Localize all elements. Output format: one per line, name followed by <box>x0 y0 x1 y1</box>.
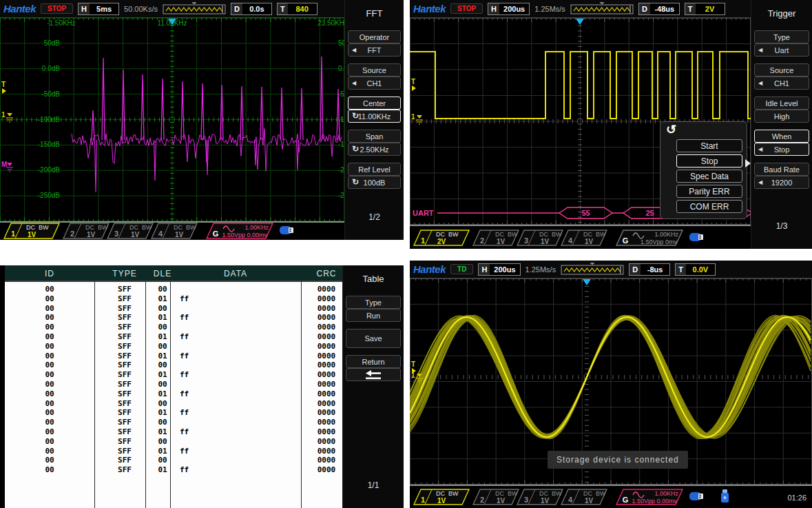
menu-value-baud-rate[interactable]: ◀19200 <box>754 176 809 189</box>
menu-label-source[interactable]: Source <box>754 63 809 77</box>
horizontal-scale-chip-value: 200us <box>499 5 529 13</box>
coupling-label: DC <box>539 231 548 238</box>
horizontal-scale-chip-label: H <box>479 264 490 275</box>
menu-value-span[interactable]: ↻2.50KHz <box>348 143 401 156</box>
menu-label-type[interactable]: Type <box>754 30 809 43</box>
menu-label-center[interactable]: Center <box>348 96 401 110</box>
table-row[interactable]: 00SFF000000 <box>5 380 342 389</box>
scale-label: 1V <box>585 497 594 505</box>
popup-item-stop[interactable]: Stop <box>676 154 742 167</box>
popup-item-parity-err[interactable]: Parity ERR <box>676 185 742 198</box>
generator-frequency: 1.00KHz <box>654 231 678 238</box>
menu-value-type[interactable]: ◀Uart <box>754 43 809 57</box>
channel-number: 4 <box>568 236 573 245</box>
coupling-label: DC <box>539 490 548 497</box>
trigger-level-chip[interactable]: T2V <box>685 3 725 15</box>
table-row[interactable]: 00SFF01ff0000 <box>5 352 342 361</box>
menu-value-idle-level[interactable]: High <box>754 110 809 123</box>
sample-rate: 50.00Ks/s <box>124 5 158 13</box>
table-row[interactable]: 00SFF000000 <box>5 323 342 332</box>
menu-value-operator[interactable]: ◀FFT <box>348 43 401 57</box>
table-row[interactable]: 00SFF000000 <box>5 418 342 427</box>
table-row[interactable]: 00SFF01ff0000 <box>5 447 342 456</box>
table-row[interactable]: 00SFF000000 <box>5 399 342 409</box>
db-axis-label: -200dB <box>38 166 61 174</box>
table-menu: TableTypeRunSaveReturn1/1 <box>342 265 404 508</box>
db-axis-label: -50dB <box>41 90 60 98</box>
table-row[interactable]: 00SFF000000 <box>5 360 342 370</box>
bandwidth-label: BW <box>552 231 562 238</box>
table-row[interactable]: 00SFF000000 <box>5 285 342 294</box>
coupling-label: DC <box>436 231 445 238</box>
menu-page-indicator: 1/1 <box>343 480 404 490</box>
menu-value-center[interactable]: ↻11.00KHz <box>348 110 401 123</box>
scale-label: 1V <box>585 238 594 245</box>
horizontal-scale-chip[interactable]: H5ms <box>78 3 119 15</box>
menu-title: Table <box>343 274 404 284</box>
bandwidth-label: BW <box>596 231 606 238</box>
panel-fft-scope: HantekSTOPH5ms50.00Ks/s D0.0sT840 50dB0.… <box>0 0 404 240</box>
menu-label-when[interactable]: When <box>754 130 809 143</box>
menu-label-operator[interactable]: Operator <box>348 30 401 43</box>
menu-page-indicator: 1/2 <box>345 212 404 222</box>
menu-label-return[interactable]: Return <box>346 355 401 368</box>
trigger-level-chip[interactable]: T0.0V <box>675 263 716 276</box>
table-row[interactable]: 00SFF01ff0000 <box>5 408 342 418</box>
menu-value-type[interactable]: Run <box>346 309 401 322</box>
horizontal-delay-chip-label: D <box>629 264 641 275</box>
menu-label-ref-level[interactable]: Ref Level <box>348 163 401 176</box>
table-row[interactable]: 00SFF01ff0000 <box>5 389 342 399</box>
table-row[interactable]: 00SFF000000 <box>5 437 342 447</box>
popup-item-com-err[interactable]: COM ERR <box>676 200 742 213</box>
menu-label-source[interactable]: Source <box>348 63 401 77</box>
bandwidth-label: BW <box>552 490 562 497</box>
channel-number: 2 <box>480 236 484 245</box>
scale-label: 1V <box>541 497 550 505</box>
menu-value-source[interactable]: ◀CH1 <box>348 77 401 90</box>
trigger-level-chip-value: 2V <box>696 5 725 13</box>
menu-value-when[interactable]: ◀Stop <box>754 143 809 156</box>
channel-number: 2 <box>70 230 74 238</box>
acquisition-status-badge: STOP <box>41 3 73 14</box>
table-row[interactable]: 00SFF01ff0000 <box>5 370 342 380</box>
hantek-logo: Hantek <box>413 263 446 275</box>
menu-label-type[interactable]: Type <box>346 296 401 309</box>
db-axis-label-right: 0.0 <box>338 65 344 72</box>
generator-amplitude: 1.50Vpp 0.00mv <box>632 498 677 505</box>
waveform-position-indicator[interactable] <box>570 3 634 14</box>
horizontal-scale-chip[interactable]: H200us <box>488 3 530 15</box>
horizontal-delay-chip[interactable]: D-48us <box>638 3 680 15</box>
menu-value-source[interactable]: ◀CH1 <box>754 77 809 90</box>
waveform-position-indicator[interactable] <box>561 263 624 275</box>
return-button[interactable] <box>346 368 401 381</box>
channel-number: 3 <box>524 496 528 504</box>
trigger-level-chip-label: T <box>685 3 696 14</box>
table-row[interactable]: 00SFF01ff0000 <box>5 427 342 437</box>
table-row[interactable]: 00SFF01ff0000 <box>5 313 342 323</box>
popup-item-spec-data[interactable]: Spec Data <box>676 170 742 183</box>
table-row[interactable]: 00SFF000000 <box>5 342 342 352</box>
trigger-level-chip[interactable]: T840 <box>277 3 317 15</box>
save-button[interactable]: Save <box>346 329 401 348</box>
menu-label-idle-level[interactable]: Idle Level <box>754 96 809 110</box>
menu-value-ref-level[interactable]: ↻100dB <box>348 176 401 189</box>
horizontal-delay-chip[interactable]: D0.0s <box>231 3 272 15</box>
table-row[interactable]: 00SFF01ff0000 <box>5 465 342 475</box>
sine-channel-bar: 1DCBW1V2DCBW1V3DCBW1V4DCBW1VG1.00KHz1.50… <box>410 486 812 508</box>
horizontal-delay-chip[interactable]: D-8us <box>629 263 670 276</box>
channel-number: 3 <box>524 236 528 245</box>
uart-decode-value: 25 <box>645 209 654 217</box>
table-row[interactable]: 00SFF01ff0000 <box>5 332 342 342</box>
channel1-level-marker: 1 <box>411 372 415 379</box>
menu-title: Trigger <box>751 8 812 19</box>
popup-item-start[interactable]: Start <box>676 139 742 152</box>
table-row[interactable]: 00SFF000000 <box>5 456 342 465</box>
table-row[interactable]: 00SFF01ff0000 <box>5 294 342 304</box>
coupling-label: DC <box>174 224 183 231</box>
horizontal-scale-chip[interactable]: H200us <box>478 263 520 276</box>
waveform-position-indicator[interactable] <box>163 3 226 14</box>
table-row[interactable]: 00SFF000000 <box>5 304 342 314</box>
menu-label-span[interactable]: Span <box>348 130 401 143</box>
menu-label-baud-rate[interactable]: Baud Rate <box>754 163 809 176</box>
left-arrow-icon: ◀ <box>758 179 762 185</box>
